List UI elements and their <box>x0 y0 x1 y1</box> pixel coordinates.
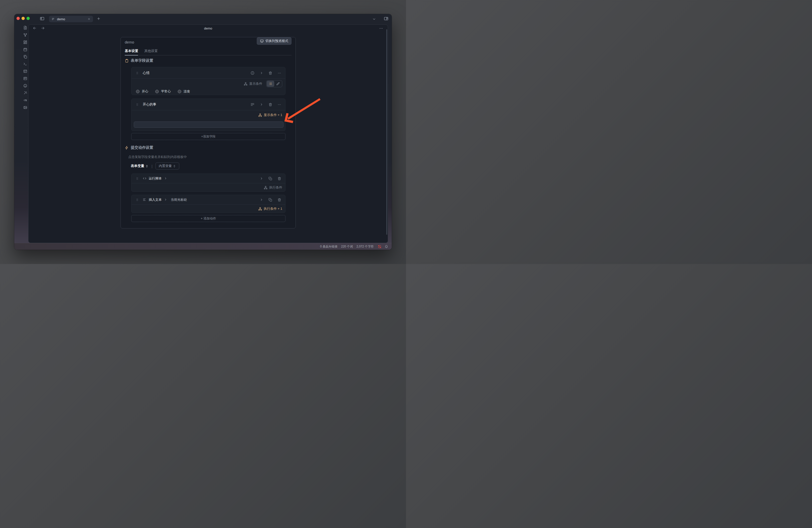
calendar-icon[interactable] <box>22 46 29 53</box>
action-label[interactable]: 运行脚本 <box>149 176 162 181</box>
layout-panels-icon[interactable] <box>22 68 29 75</box>
drag-handle-icon[interactable] <box>135 103 139 106</box>
tab-close-icon[interactable] <box>87 17 90 20</box>
ribbon <box>14 24 28 111</box>
delete-field-icon[interactable] <box>269 102 272 107</box>
tab-list-chevron-icon[interactable] <box>372 17 376 21</box>
field-card-happy-things: 开心的事 显示条件 + 1 <box>131 99 286 131</box>
tab-other-settings[interactable]: 其他设置 <box>144 49 158 53</box>
template-percent-icon[interactable] <box>22 97 29 104</box>
condition-mode-toggle <box>266 80 282 87</box>
file-search-icon[interactable] <box>22 24 29 31</box>
display-condition-label[interactable]: 显示条件 <box>249 82 262 86</box>
settings-tabs: 基本设置 其他设置 <box>125 49 158 53</box>
expand-field-icon[interactable] <box>260 71 263 75</box>
radio-icon[interactable] <box>136 90 140 93</box>
duplicate-action-icon[interactable] <box>269 197 272 202</box>
note-list-icon <box>52 17 55 21</box>
tabs-divider <box>125 55 291 56</box>
field-label: 开心的事 <box>143 102 156 107</box>
builtin-variables-dropdown[interactable]: 内置变量 <box>156 162 179 170</box>
zoom-window-button[interactable] <box>27 17 30 20</box>
edit-mode-icon[interactable] <box>274 81 282 87</box>
tab-demo[interactable]: demo <box>49 16 93 22</box>
delete-field-icon[interactable] <box>269 71 272 75</box>
magic-wand-icon[interactable] <box>22 89 29 97</box>
separator: | <box>151 164 153 168</box>
radio-option-sad[interactable]: 沮丧 <box>178 89 190 94</box>
insert-target-label[interactable]: 当前光标处 <box>171 197 187 202</box>
chevrons-up-down-icon <box>145 164 148 168</box>
word-count: 220 个词 <box>341 245 353 249</box>
backlinks-count: 0 条反向链接 <box>320 245 337 249</box>
execute-condition-label[interactable]: 执行条件 <box>269 185 282 190</box>
tab-label: demo <box>57 17 65 21</box>
sync-disabled-icon[interactable] <box>378 245 381 248</box>
execute-condition-count-label[interactable]: 执行条件 + 1 <box>264 206 282 211</box>
code-icon <box>143 176 146 180</box>
minimize-window-button[interactable] <box>21 17 25 20</box>
kanban-board-icon[interactable] <box>22 75 29 82</box>
toggle-left-sidebar-icon[interactable] <box>40 16 44 21</box>
vertical-scrollbar[interactable] <box>386 29 387 235</box>
delete-action-icon[interactable] <box>277 176 281 181</box>
clipboard-icon <box>125 59 129 63</box>
chevron-right-icon[interactable] <box>164 177 167 180</box>
tab-basic-settings[interactable]: 基本设置 <box>125 49 138 53</box>
radio-icon[interactable] <box>178 90 181 93</box>
field-type-textarea-icon[interactable] <box>250 102 255 107</box>
field-type-radio-icon[interactable] <box>250 71 255 75</box>
field-default-value-input[interactable] <box>134 121 284 128</box>
more-options-icon[interactable] <box>379 26 383 30</box>
radio-option-normal[interactable]: 平常心 <box>155 89 171 94</box>
editor-pane: demo demo 切换到预览模式 基本设置 其他设置 表单字段设置 <box>28 25 388 243</box>
add-field-button[interactable]: +添加字段 <box>131 133 286 140</box>
field-label: 心情 <box>143 71 149 75</box>
titlebar: demo <box>14 14 392 24</box>
drag-handle-icon[interactable] <box>135 71 139 75</box>
condition-tree-icon <box>264 186 267 190</box>
image-icon[interactable] <box>22 104 29 111</box>
close-window-button[interactable] <box>16 17 20 20</box>
action-label[interactable]: 插入文本 <box>149 197 162 202</box>
expand-action-icon[interactable] <box>260 197 263 202</box>
smile-icon[interactable] <box>22 82 29 89</box>
variables-row: 表单变量 | 内置变量 <box>131 162 179 170</box>
align-left-icon <box>143 198 146 202</box>
display-condition-count-label[interactable]: 显示条件 + 1 <box>264 113 282 117</box>
character-count: 2,072 个字符 <box>357 245 374 249</box>
bell-icon[interactable] <box>385 245 388 248</box>
pane-header: demo <box>29 25 388 32</box>
toggle-right-sidebar-icon[interactable] <box>384 16 389 21</box>
lightning-icon <box>125 146 129 150</box>
field-more-icon[interactable] <box>277 71 281 75</box>
condition-tree-icon <box>258 207 262 211</box>
chevron-right-icon[interactable] <box>164 198 167 201</box>
copy-files-icon[interactable] <box>22 53 29 60</box>
layout-dashboard-icon[interactable] <box>22 39 29 46</box>
add-action-button[interactable]: + 添加动作 <box>131 215 286 222</box>
app-window: demo demo demo <box>14 14 392 250</box>
pane-title: demo <box>29 27 388 30</box>
terminal-icon[interactable] <box>22 60 29 68</box>
status-bar: 0 条反向链接 220 个词 2,072 个字符 <box>14 243 392 250</box>
new-tab-button[interactable] <box>97 16 101 21</box>
radio-icon[interactable] <box>155 90 159 93</box>
action-card-run-script: 运行脚本 执行条件 <box>131 174 286 192</box>
drag-handle-icon[interactable] <box>135 177 139 180</box>
share-nodes-icon[interactable] <box>22 31 29 39</box>
active-tab-indicator <box>125 55 138 56</box>
expand-action-icon[interactable] <box>260 176 263 181</box>
monitor-icon <box>260 39 264 43</box>
switch-preview-mode-button[interactable]: 切换到预览模式 <box>257 37 291 45</box>
duplicate-action-icon[interactable] <box>269 176 272 181</box>
drag-handle-icon[interactable] <box>135 198 139 202</box>
form-variables-dropdown[interactable]: 表单变量 <box>131 164 148 168</box>
field-more-icon[interactable] <box>277 102 281 107</box>
delete-action-icon[interactable] <box>277 197 281 202</box>
form-title: demo <box>125 39 134 46</box>
expand-field-icon[interactable] <box>260 102 263 107</box>
form-card: demo 切换到预览模式 基本设置 其他设置 表单字段设置 心情 <box>120 37 296 229</box>
list-mode-icon[interactable] <box>267 81 274 87</box>
radio-option-happy[interactable]: 开心 <box>136 89 148 94</box>
